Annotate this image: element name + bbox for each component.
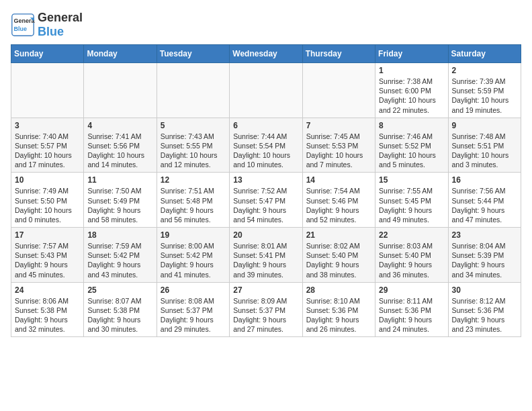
day-info: Daylight: 9 hours and 39 minutes. bbox=[233, 260, 298, 279]
day-info: Sunrise: 7:39 AM bbox=[452, 77, 517, 86]
calendar-cell: 11Sunrise: 7:50 AMSunset: 5:49 PMDayligh… bbox=[84, 173, 157, 228]
day-info: Daylight: 9 hours and 34 minutes. bbox=[452, 260, 517, 279]
day-number: 12 bbox=[161, 175, 226, 185]
day-info: Sunset: 5:42 PM bbox=[87, 250, 152, 260]
day-number: 20 bbox=[233, 230, 298, 240]
day-info: Sunset: 5:38 PM bbox=[15, 306, 80, 315]
day-info: Daylight: 9 hours and 43 minutes. bbox=[87, 260, 152, 279]
day-info: Daylight: 9 hours and 58 minutes. bbox=[87, 205, 152, 224]
day-info: Daylight: 9 hours and 41 minutes. bbox=[161, 260, 226, 279]
logo-icon: General Blue bbox=[11, 13, 35, 37]
day-info: Daylight: 10 hours and 19 minutes. bbox=[452, 95, 517, 114]
day-number: 29 bbox=[379, 285, 444, 295]
day-info: Daylight: 10 hours and 7 minutes. bbox=[306, 150, 371, 169]
day-info: Daylight: 9 hours and 54 minutes. bbox=[233, 205, 298, 224]
day-info: Sunrise: 7:43 AM bbox=[161, 132, 226, 141]
day-info: Sunrise: 8:02 AM bbox=[306, 241, 371, 250]
day-info: Sunset: 5:37 PM bbox=[233, 306, 298, 315]
day-info: Sunset: 5:55 PM bbox=[161, 141, 226, 150]
calendar-cell: 18Sunrise: 7:59 AMSunset: 5:42 PMDayligh… bbox=[84, 228, 157, 283]
day-info: Sunset: 5:59 PM bbox=[452, 86, 517, 95]
day-info: Sunset: 5:44 PM bbox=[452, 196, 517, 205]
calendar-cell: 23Sunrise: 8:04 AMSunset: 5:39 PMDayligh… bbox=[448, 228, 521, 283]
day-info: Daylight: 10 hours and 10 minutes. bbox=[233, 150, 298, 169]
svg-text:Blue: Blue bbox=[14, 26, 28, 32]
calendar-cell: 2Sunrise: 7:39 AMSunset: 5:59 PMDaylight… bbox=[448, 63, 521, 118]
day-info: Sunrise: 7:44 AM bbox=[233, 132, 298, 141]
calendar-cell bbox=[84, 63, 157, 118]
day-number: 16 bbox=[452, 175, 517, 185]
day-number: 21 bbox=[306, 230, 371, 240]
day-info: Sunrise: 7:48 AM bbox=[452, 132, 517, 141]
day-info: Daylight: 9 hours and 32 minutes. bbox=[15, 315, 80, 334]
day-number: 7 bbox=[306, 121, 371, 130]
day-number: 2 bbox=[452, 66, 517, 75]
day-info: Sunset: 5:53 PM bbox=[306, 141, 371, 150]
day-number: 10 bbox=[15, 175, 80, 185]
calendar-cell: 26Sunrise: 8:08 AMSunset: 5:37 PMDayligh… bbox=[157, 282, 229, 337]
weekday-header-monday: Monday bbox=[84, 45, 157, 63]
day-number: 4 bbox=[87, 121, 152, 130]
day-info: Sunset: 5:48 PM bbox=[161, 196, 226, 205]
calendar-cell: 29Sunrise: 8:11 AMSunset: 5:36 PMDayligh… bbox=[375, 282, 448, 337]
day-info: Daylight: 10 hours and 3 minutes. bbox=[452, 150, 517, 169]
day-info: Sunset: 5:43 PM bbox=[15, 250, 80, 260]
day-info: Daylight: 9 hours and 36 minutes. bbox=[379, 260, 444, 279]
day-info: Daylight: 10 hours and 17 minutes. bbox=[15, 150, 80, 169]
calendar-cell: 21Sunrise: 8:02 AMSunset: 5:40 PMDayligh… bbox=[302, 228, 375, 283]
day-info: Sunset: 5:36 PM bbox=[306, 306, 371, 315]
calendar-cell: 20Sunrise: 8:01 AMSunset: 5:41 PMDayligh… bbox=[230, 228, 302, 283]
day-info: Daylight: 9 hours and 45 minutes. bbox=[15, 260, 80, 279]
day-number: 23 bbox=[452, 230, 517, 240]
day-info: Daylight: 10 hours and 22 minutes. bbox=[379, 95, 444, 114]
day-number: 8 bbox=[379, 121, 444, 130]
day-info: Sunset: 5:56 PM bbox=[87, 141, 152, 150]
day-info: Daylight: 9 hours and 26 minutes. bbox=[306, 315, 371, 334]
day-info: Daylight: 10 hours and 12 minutes. bbox=[161, 150, 226, 169]
day-info: Daylight: 9 hours and 30 minutes. bbox=[87, 315, 152, 334]
calendar-cell: 27Sunrise: 8:09 AMSunset: 5:37 PMDayligh… bbox=[230, 282, 302, 337]
calendar-cell: 22Sunrise: 8:03 AMSunset: 5:40 PMDayligh… bbox=[375, 228, 448, 283]
logo: General Blue General Blue bbox=[11, 11, 83, 39]
calendar-cell: 15Sunrise: 7:55 AMSunset: 5:45 PMDayligh… bbox=[375, 173, 448, 228]
day-info: Sunrise: 8:04 AM bbox=[452, 241, 517, 250]
day-info: Sunrise: 8:12 AM bbox=[452, 296, 517, 306]
day-info: Sunrise: 8:06 AM bbox=[15, 296, 80, 306]
day-info: Sunset: 5:37 PM bbox=[161, 306, 226, 315]
day-number: 6 bbox=[233, 121, 298, 130]
day-info: Sunset: 5:36 PM bbox=[379, 306, 444, 315]
day-info: Sunrise: 7:50 AM bbox=[87, 186, 152, 195]
day-info: Sunrise: 8:09 AM bbox=[233, 296, 298, 306]
day-info: Daylight: 9 hours and 27 minutes. bbox=[233, 315, 298, 334]
day-number: 27 bbox=[233, 285, 298, 295]
day-info: Sunset: 5:50 PM bbox=[15, 196, 80, 205]
day-info: Sunset: 5:40 PM bbox=[306, 250, 371, 260]
day-number: 24 bbox=[15, 285, 80, 295]
calendar-cell: 8Sunrise: 7:46 AMSunset: 5:52 PMDaylight… bbox=[375, 118, 448, 173]
weekday-header-saturday: Saturday bbox=[448, 45, 521, 63]
calendar-cell: 7Sunrise: 7:45 AMSunset: 5:53 PMDaylight… bbox=[302, 118, 375, 173]
calendar-table: SundayMondayTuesdayWednesdayThursdayFrid… bbox=[11, 44, 521, 337]
logo-text: General Blue bbox=[38, 11, 83, 39]
day-info: Sunset: 6:00 PM bbox=[379, 86, 444, 95]
calendar-cell: 17Sunrise: 7:57 AMSunset: 5:43 PMDayligh… bbox=[11, 228, 84, 283]
day-info: Sunset: 5:40 PM bbox=[379, 250, 444, 260]
day-info: Sunrise: 7:57 AM bbox=[15, 241, 80, 250]
day-info: Sunset: 5:36 PM bbox=[452, 306, 517, 315]
day-info: Sunset: 5:57 PM bbox=[15, 141, 80, 150]
day-number: 13 bbox=[233, 175, 298, 185]
calendar-cell: 13Sunrise: 7:52 AMSunset: 5:47 PMDayligh… bbox=[230, 173, 302, 228]
day-info: Sunrise: 7:52 AM bbox=[233, 186, 298, 195]
calendar-cell: 6Sunrise: 7:44 AMSunset: 5:54 PMDaylight… bbox=[230, 118, 302, 173]
calendar-cell: 4Sunrise: 7:41 AMSunset: 5:56 PMDaylight… bbox=[84, 118, 157, 173]
day-number: 14 bbox=[306, 175, 371, 185]
weekday-header-sunday: Sunday bbox=[11, 45, 84, 63]
calendar-cell: 1Sunrise: 7:38 AMSunset: 6:00 PMDaylight… bbox=[375, 63, 448, 118]
calendar-cell: 30Sunrise: 8:12 AMSunset: 5:36 PMDayligh… bbox=[448, 282, 521, 337]
day-info: Sunset: 5:54 PM bbox=[233, 141, 298, 150]
day-info: Sunrise: 7:45 AM bbox=[306, 132, 371, 141]
day-info: Sunrise: 7:38 AM bbox=[379, 77, 444, 86]
day-info: Sunrise: 7:46 AM bbox=[379, 132, 444, 141]
day-info: Sunset: 5:38 PM bbox=[87, 306, 152, 315]
calendar-cell bbox=[302, 63, 375, 118]
